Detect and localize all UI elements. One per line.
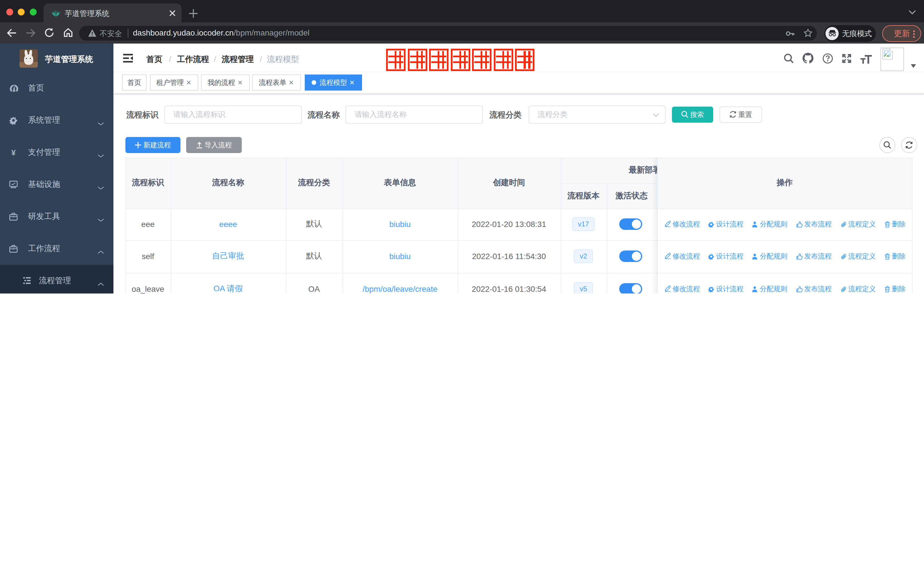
svg-text:¥: ¥	[11, 148, 16, 157]
